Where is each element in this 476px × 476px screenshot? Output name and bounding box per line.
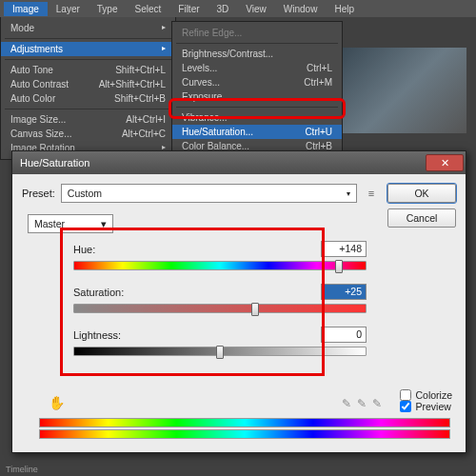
lightness-input[interactable]: 0: [321, 327, 367, 343]
chevron-down-icon: ▾: [101, 218, 107, 229]
menubar: Image Layer Type Select Filter 3D View W…: [0, 0, 476, 17]
preset-menu-icon[interactable]: ≡: [363, 185, 380, 202]
saturation-slider[interactable]: [73, 304, 367, 313]
cancel-button[interactable]: Cancel: [387, 208, 456, 228]
menu-auto-tone[interactable]: Auto ToneShift+Ctrl+L: [1, 63, 175, 77]
menu-3d[interactable]: 3D: [208, 2, 238, 16]
preview-checkbox[interactable]: Preview: [400, 401, 452, 412]
menu-filter[interactable]: Filter: [169, 2, 208, 16]
close-icon: ✕: [441, 157, 449, 169]
menu-refine-edge: Refine Edge...: [172, 26, 342, 40]
menu-vibrance[interactable]: Vibrance...: [172, 110, 342, 125]
menu-hue-saturation[interactable]: Hue/Saturation...Ctrl+U: [172, 125, 342, 139]
spectrum-after: [39, 429, 450, 439]
colorize-checkbox[interactable]: Colorize: [400, 389, 452, 401]
close-button[interactable]: ✕: [426, 154, 464, 171]
preset-select[interactable]: Custom▾: [61, 184, 357, 203]
menu-mode[interactable]: Mode: [1, 21, 175, 35]
hue-slider[interactable]: [73, 261, 367, 270]
menu-view[interactable]: View: [237, 2, 275, 16]
menu-levels[interactable]: Levels...Ctrl+L: [172, 61, 342, 75]
menu-auto-contrast[interactable]: Auto ContrastAlt+Shift+Ctrl+L: [1, 77, 175, 91]
spectrum-before: [39, 418, 450, 427]
menu-exposure[interactable]: Exposure...: [172, 89, 342, 104]
dialog-title: Hue/Saturation: [20, 157, 89, 169]
saturation-thumb[interactable]: [251, 303, 259, 316]
dialog-titlebar[interactable]: Hue/Saturation ✕: [12, 151, 466, 174]
menu-type[interactable]: Type: [89, 2, 127, 16]
menu-window[interactable]: Window: [275, 2, 327, 16]
lightness-thumb[interactable]: [216, 346, 224, 359]
eyedropper-subtract-icon[interactable]: ✎: [372, 397, 382, 410]
eyedropper-icon[interactable]: ✎: [342, 397, 351, 410]
hue-saturation-dialog: Hue/Saturation ✕ Preset: Custom▾ ≡ Maste…: [11, 150, 466, 453]
eyedropper-group: ✎ ✎ ✎: [342, 397, 382, 410]
menu-curves[interactable]: Curves...Ctrl+M: [172, 75, 342, 89]
channel-select[interactable]: Master▾: [28, 214, 113, 233]
menu-image[interactable]: Image: [4, 2, 48, 16]
menu-image-size[interactable]: Image Size...Alt+Ctrl+I: [1, 112, 175, 127]
spectrum-bars: [39, 418, 450, 441]
menu-canvas-size[interactable]: Canvas Size...Alt+Ctrl+C: [1, 127, 175, 141]
lightness-label: Lightness:: [73, 329, 121, 341]
hue-input[interactable]: +148: [321, 241, 367, 257]
menu-select[interactable]: Select: [127, 2, 170, 16]
chevron-down-icon: ▾: [347, 189, 350, 198]
preset-label: Preset:: [22, 188, 55, 199]
lightness-slider[interactable]: [73, 347, 367, 356]
hue-label: Hue:: [73, 244, 95, 255]
menu-help[interactable]: Help: [326, 2, 363, 16]
menu-brightness-contrast[interactable]: Brightness/Contrast...: [172, 47, 342, 61]
menu-adjustments[interactable]: Adjustments: [1, 42, 175, 56]
canvas-image: [343, 48, 466, 133]
timeline-label: Timeline: [6, 465, 38, 474]
menu-auto-color[interactable]: Auto ColorShift+Ctrl+B: [1, 91, 175, 106]
ok-button[interactable]: OK: [387, 184, 456, 203]
hue-thumb[interactable]: [335, 260, 343, 273]
hand-tool-icon[interactable]: ✋: [49, 395, 65, 410]
eyedropper-add-icon[interactable]: ✎: [357, 397, 367, 410]
saturation-input[interactable]: +25: [321, 284, 367, 300]
menu-layer[interactable]: Layer: [48, 2, 89, 16]
saturation-label: Saturation:: [73, 287, 124, 298]
image-menu: Mode Adjustments Auto ToneShift+Ctrl+L A…: [0, 17, 176, 160]
